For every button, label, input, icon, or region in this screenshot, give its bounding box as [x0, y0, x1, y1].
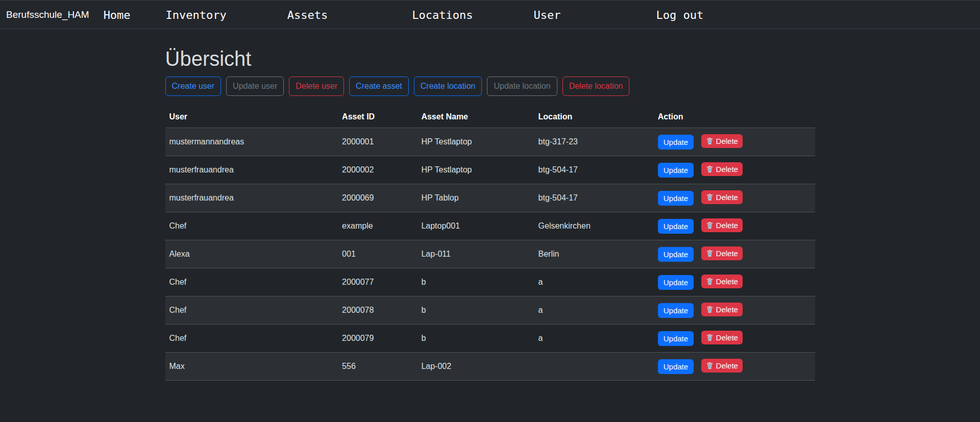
cell-asset-name: b [417, 296, 534, 325]
nav-item-logout[interactable]: Log out [656, 9, 704, 21]
cell-action: Update Delete [654, 184, 815, 212]
trash-icon [706, 165, 714, 173]
row-delete-label: Delete [716, 193, 738, 202]
row-delete-label: Delete [716, 361, 738, 370]
cell-location [534, 353, 654, 381]
table-row: musterfrauandrea 2000069 HP Tablop btg-5… [165, 184, 815, 212]
row-delete-button[interactable]: Delete [701, 303, 743, 316]
row-delete-button[interactable]: Delete [701, 162, 743, 176]
cell-asset-id: example [338, 212, 417, 240]
trash-icon [706, 306, 714, 313]
nav-item-user[interactable]: User [534, 9, 561, 21]
create-asset-button[interactable]: Create asset [349, 77, 409, 96]
table-body: mustermannandreas 2000001 HP Testlaptop … [165, 128, 815, 381]
cell-asset-id: 2000069 [338, 184, 417, 212]
cell-asset-name: HP Testlaptop [417, 156, 534, 184]
cell-asset-name: b [417, 268, 534, 296]
cell-user: mustermannandreas [165, 128, 338, 156]
row-delete-label: Delete [716, 333, 738, 342]
update-location-button[interactable]: Update location [487, 77, 557, 96]
update-user-button[interactable]: Update user [226, 77, 284, 96]
row-update-button[interactable]: Update [658, 247, 694, 262]
row-update-button[interactable]: Update [658, 191, 694, 206]
cell-action: Update Delete [654, 268, 815, 296]
row-update-button[interactable]: Update [658, 303, 694, 318]
toolbar: Create user Update user Delete user Crea… [165, 77, 815, 96]
column-header-location: Location [534, 106, 654, 128]
cell-asset-id: 2000077 [338, 268, 417, 296]
cell-user: Chef [165, 212, 338, 240]
table-row: musterfrauandrea 2000002 HP Testlaptop b… [165, 156, 815, 184]
cell-location: a [534, 325, 654, 353]
row-delete-button[interactable]: Delete [701, 331, 743, 344]
navbar-links: Home Inventory Assets Locations User Log… [89, 9, 704, 21]
row-delete-label: Delete [716, 165, 738, 173]
cell-location: btg-504-17 [534, 156, 654, 184]
row-update-button[interactable]: Update [658, 331, 694, 346]
cell-asset-id: 2000079 [338, 325, 417, 353]
trash-icon [706, 137, 714, 145]
cell-asset-id: 2000078 [338, 296, 417, 325]
nav-item-inventory[interactable]: Inventory [166, 9, 227, 21]
cell-user: Alexa [165, 240, 338, 268]
cell-location: a [534, 296, 654, 325]
cell-user: musterfrauandrea [165, 156, 338, 184]
row-delete-button[interactable]: Delete [701, 190, 743, 204]
cell-asset-name: HP Testlaptop [417, 128, 534, 156]
cell-user: Chef [165, 268, 338, 296]
cell-action: Update Delete [654, 353, 815, 381]
row-delete-button[interactable]: Delete [701, 218, 743, 232]
nav-item-assets[interactable]: Assets [287, 9, 328, 21]
trash-icon [706, 221, 714, 229]
trash-icon [706, 250, 714, 257]
cell-user: Chef [165, 325, 338, 353]
cell-user: Max [165, 353, 338, 381]
cell-location: Berlin [534, 240, 654, 268]
row-update-button[interactable]: Update [658, 275, 694, 290]
row-delete-label: Delete [716, 249, 738, 258]
table-row: mustermannandreas 2000001 HP Testlaptop … [165, 128, 815, 156]
delete-user-button[interactable]: Delete user [289, 77, 344, 96]
row-delete-button[interactable]: Delete [701, 134, 743, 148]
trash-icon [706, 278, 714, 285]
row-update-button[interactable]: Update [658, 359, 694, 374]
delete-location-button[interactable]: Delete location [562, 77, 630, 96]
column-header-asset-id: Asset ID [338, 106, 417, 128]
cell-action: Update Delete [654, 212, 815, 240]
cell-asset-id: 556 [338, 353, 417, 381]
cell-action: Update Delete [654, 156, 815, 184]
cell-asset-name: Laptop001 [417, 212, 534, 240]
trash-icon [706, 362, 714, 369]
trash-icon [706, 334, 714, 341]
create-user-button[interactable]: Create user [165, 77, 222, 96]
create-location-button[interactable]: Create location [414, 77, 482, 96]
table-row: Chef example Laptop001 Gelsenkirchen Upd… [165, 212, 815, 240]
cell-asset-name: Lap-002 [417, 353, 534, 381]
row-update-button[interactable]: Update [658, 135, 694, 150]
row-delete-button[interactable]: Delete [701, 359, 743, 373]
cell-asset-id: 2000001 [338, 128, 417, 156]
row-delete-button[interactable]: Delete [701, 246, 743, 260]
cell-asset-name: b [417, 325, 534, 353]
nav-item-home[interactable]: Home [104, 9, 131, 21]
row-delete-label: Delete [716, 221, 738, 230]
nav-item-locations[interactable]: Locations [412, 9, 473, 21]
cell-user: musterfrauandrea [165, 184, 338, 212]
row-delete-label: Delete [716, 137, 738, 145]
table-row: Chef 2000079 b a Update Delete [165, 325, 815, 353]
row-delete-label: Delete [716, 277, 738, 286]
column-header-asset-name: Asset Name [417, 106, 534, 128]
cell-asset-name: HP Tablop [417, 184, 534, 212]
cell-location: Gelsenkirchen [534, 212, 654, 240]
row-update-button[interactable]: Update [658, 219, 694, 234]
cell-action: Update Delete [654, 128, 815, 156]
cell-action: Update Delete [654, 296, 815, 325]
row-delete-button[interactable]: Delete [701, 275, 743, 288]
navbar-brand[interactable]: Berufsschule_HAM [6, 9, 89, 20]
row-delete-label: Delete [716, 305, 738, 314]
row-update-button[interactable]: Update [658, 163, 694, 178]
cell-asset-id: 001 [338, 240, 417, 268]
navbar: Berufsschule_HAM Home Inventory Assets L… [0, 0, 980, 29]
trash-icon [706, 193, 714, 201]
cell-user: Chef [165, 296, 338, 325]
